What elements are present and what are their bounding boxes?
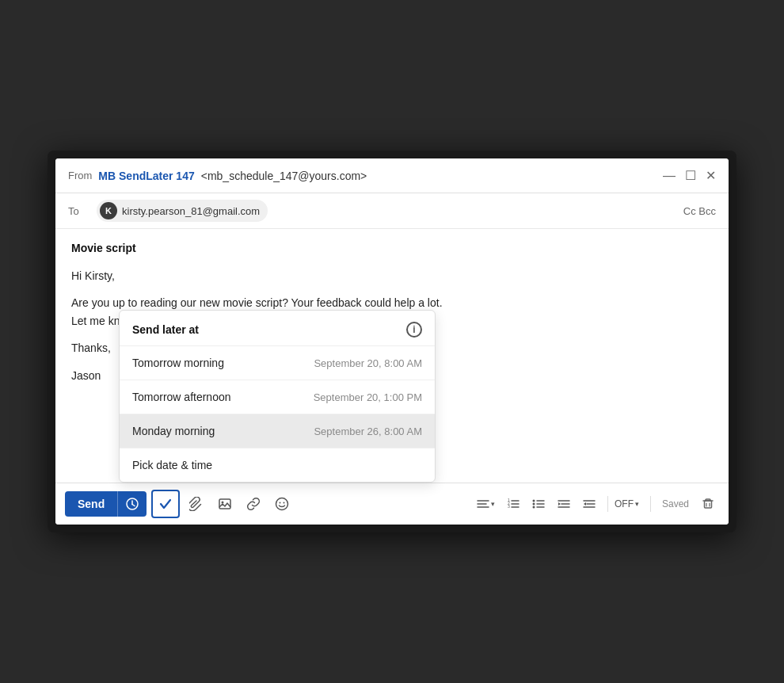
send-later-header: Send later at i xyxy=(120,311,435,346)
send-button[interactable]: Send xyxy=(65,491,117,517)
cc-bcc-button[interactable]: Cc Bcc xyxy=(683,205,716,217)
svg-line-2 xyxy=(132,505,135,506)
emoji-icon xyxy=(275,497,289,511)
svg-point-20 xyxy=(532,500,535,502)
send-option-monday-morning[interactable]: Monday morning September 26, 8:00 AM xyxy=(120,414,435,448)
email-body[interactable]: Movie script Hi Kirsty, Are you up to re… xyxy=(55,229,729,483)
send-clock-button[interactable] xyxy=(117,491,147,517)
trash-button[interactable] xyxy=(697,494,719,513)
svg-point-4 xyxy=(222,502,224,504)
close-button[interactable]: ✕ xyxy=(706,168,716,183)
align-button[interactable]: ▾ xyxy=(471,494,500,514)
recipient-email: kirsty.pearson_81@gmail.com xyxy=(122,205,260,217)
off-toggle[interactable]: OFF ▾ xyxy=(615,498,639,509)
checkmark-icon xyxy=(158,497,173,511)
attachment-button[interactable] xyxy=(185,494,208,514)
indent-icon xyxy=(557,497,571,511)
option-label-2: Monday morning xyxy=(132,425,215,437)
send-button-group: Send xyxy=(65,491,147,517)
title-bar-controls: — ☐ ✕ xyxy=(663,168,716,183)
window-wrapper: From MB SendLater 147 <mb_schedule_147@y… xyxy=(48,151,736,532)
option-date-2: September 26, 8:00 AM xyxy=(314,425,422,437)
svg-text:3: 3 xyxy=(508,504,510,509)
svg-point-7 xyxy=(284,502,285,504)
maximize-button[interactable]: ☐ xyxy=(685,168,696,183)
ordered-list-button[interactable]: 1 2 3 xyxy=(501,494,525,514)
formatting-icons: ▾ 1 2 3 xyxy=(471,494,639,514)
check-button[interactable] xyxy=(151,490,180,518)
outdent-icon xyxy=(582,497,596,511)
option-label-1: Tomorrow afternoon xyxy=(132,391,231,403)
off-label-text: OFF xyxy=(615,498,634,509)
clock-icon xyxy=(126,498,139,510)
email-subject: Movie script xyxy=(71,242,713,254)
title-bar-left: From MB SendLater 147 <mb_schedule_147@y… xyxy=(68,170,367,182)
recipient-chip[interactable]: K kirsty.pearson_81@gmail.com xyxy=(97,200,268,222)
svg-rect-3 xyxy=(219,499,230,509)
send-option-pick-date[interactable]: Pick date & time xyxy=(120,448,435,482)
minimize-button[interactable]: — xyxy=(663,169,676,183)
toolbar-divider-2 xyxy=(650,496,651,512)
unordered-list-icon xyxy=(531,497,546,511)
image-icon xyxy=(218,497,232,511)
send-option-tomorrow-afternoon[interactable]: Tomorrow afternoon September 20, 1:00 PM xyxy=(120,380,435,414)
ordered-list-icon: 1 2 3 xyxy=(506,497,520,511)
option-date-0: September 20, 8:00 AM xyxy=(314,357,422,369)
outdent-button[interactable] xyxy=(577,494,601,514)
image-button[interactable] xyxy=(213,494,237,514)
sender-name: MB SendLater 147 xyxy=(98,170,194,182)
send-later-panel: Send later at i Tomorrow morning Septemb… xyxy=(119,310,436,483)
send-later-title: Send later at xyxy=(132,323,199,336)
svg-rect-29 xyxy=(705,501,712,508)
email-toolbar: Send xyxy=(55,483,729,525)
body-greeting: Hi Kirsty, xyxy=(71,267,713,284)
svg-point-6 xyxy=(280,502,281,504)
link-button[interactable] xyxy=(242,494,265,514)
link-icon xyxy=(246,497,261,511)
send-option-tomorrow-morning[interactable]: Tomorrow morning September 20, 8:00 AM xyxy=(120,346,435,380)
body-line2: Are you up to reading our new movie scri… xyxy=(71,296,443,309)
off-chevron: ▾ xyxy=(635,500,639,508)
sender-email: <mb_schedule_147@yours.com> xyxy=(201,170,367,182)
from-label: From xyxy=(68,170,92,181)
align-icon xyxy=(476,497,490,511)
saved-label: Saved xyxy=(662,498,689,509)
unordered-list-button[interactable] xyxy=(527,494,550,514)
to-label: To xyxy=(68,205,87,217)
indent-button[interactable] xyxy=(552,494,576,514)
title-bar: From MB SendLater 147 <mb_schedule_147@y… xyxy=(55,158,729,193)
option-label-3: Pick date & time xyxy=(132,459,212,471)
toolbar-divider xyxy=(607,496,608,512)
option-date-1: September 20, 1:00 PM xyxy=(314,391,422,403)
option-label-0: Tomorrow morning xyxy=(132,357,224,369)
svg-point-5 xyxy=(276,498,288,510)
recipient-avatar: K xyxy=(100,202,117,219)
attachment-icon xyxy=(189,497,204,511)
svg-point-21 xyxy=(532,503,535,506)
svg-point-22 xyxy=(532,506,535,509)
info-icon[interactable]: i xyxy=(406,322,422,338)
trash-icon xyxy=(702,498,714,510)
email-window: From MB SendLater 147 <mb_schedule_147@y… xyxy=(55,158,729,525)
emoji-button[interactable] xyxy=(270,494,294,514)
to-row: To K kirsty.pearson_81@gmail.com Cc Bcc xyxy=(55,193,729,229)
